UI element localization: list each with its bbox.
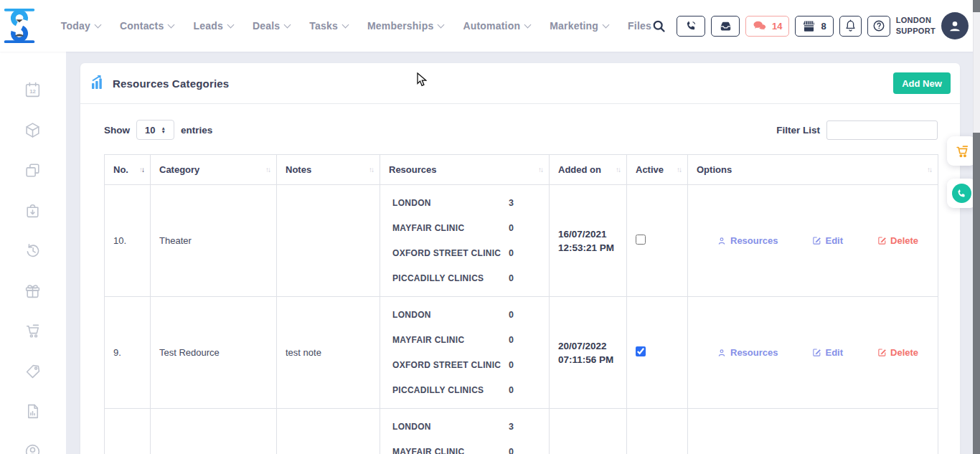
column-label: Category <box>159 164 199 175</box>
nav-item-leads[interactable]: Leads <box>193 20 232 32</box>
resource-count: 0 <box>509 310 549 320</box>
store-button[interactable]: 8 <box>795 16 833 37</box>
notifications-button[interactable] <box>839 16 862 37</box>
resource-entry: PICCADILLY CLINICS0 <box>392 266 549 291</box>
nav-item-deals[interactable]: Deals <box>253 20 290 32</box>
chevron-down-icon <box>342 21 349 28</box>
column-header-active[interactable]: Active↑↓ <box>627 155 688 185</box>
price-tag-icon[interactable] <box>24 362 42 381</box>
row-number <box>105 409 151 454</box>
scrollbar-track[interactable] <box>973 0 980 454</box>
chevron-down-icon <box>284 21 291 28</box>
nav-item-automation[interactable]: Automation <box>463 20 530 32</box>
history-icon[interactable] <box>24 242 42 260</box>
column-header-category[interactable]: Category↑↓ <box>151 155 277 185</box>
main-content: Resources Categories Add New Show 10 ▲▼ … <box>66 52 980 454</box>
report-icon[interactable] <box>24 402 42 421</box>
avatar[interactable] <box>941 12 969 39</box>
resource-entry: OXFORD STREET CLINIC0 <box>392 241 549 266</box>
page-size-select[interactable]: 10 ▲▼ <box>136 120 174 140</box>
chat-count-badge: 14 <box>772 21 782 32</box>
add-new-button[interactable]: Add New <box>893 72 951 94</box>
resources-link[interactable]: Resources <box>717 347 778 358</box>
column-label: Resources <box>389 164 436 175</box>
column-header-resources[interactable]: Resources↑↓ <box>380 155 550 185</box>
sort-arrows-icon[interactable]: ↑↓ <box>369 166 373 174</box>
sort-arrows-icon[interactable]: ↑↓ <box>139 166 143 174</box>
edit-link[interactable]: Edit <box>812 235 843 246</box>
option-label: Resources <box>730 235 778 246</box>
copy-icon[interactable] <box>24 161 42 180</box>
resource-name: OXFORD STREET CLINIC <box>392 360 501 370</box>
column-label: Added on <box>558 164 601 175</box>
sort-arrows-icon[interactable]: ↑↓ <box>927 166 931 174</box>
nav-item-label: Tasks <box>309 20 338 32</box>
chevron-down-icon <box>227 21 234 28</box>
resource-name: PICCADILLY CLINICS <box>392 385 484 395</box>
inbox-button[interactable] <box>711 16 740 37</box>
phone-button[interactable] <box>677 16 705 37</box>
delete-link[interactable]: Delete <box>877 235 918 246</box>
resource-name: MAYFAIR CLINIC <box>392 335 464 345</box>
column-header-options[interactable]: Options↑↓ <box>688 155 938 185</box>
scrollbar-thumb[interactable] <box>973 133 980 454</box>
nav-item-marketing[interactable]: Marketing <box>550 20 608 32</box>
sort-arrows-icon[interactable]: ↑↓ <box>677 166 681 174</box>
help-button[interactable] <box>867 16 890 37</box>
row-added-on: 16/07/202112:53:21 PM <box>550 185 627 297</box>
row-notes <box>277 409 380 454</box>
package-icon[interactable] <box>24 121 42 140</box>
nav-item-today[interactable]: Today <box>61 20 100 32</box>
scrollbar-cap <box>973 0 980 12</box>
active-checkbox[interactable] <box>636 235 646 245</box>
resources-table: No.↑↓Category↑↓Notes↑↓Resources↑↓Added o… <box>104 154 938 454</box>
filter-input[interactable] <box>826 120 938 140</box>
column-label: Options <box>697 164 732 175</box>
gift-icon[interactable] <box>24 282 42 301</box>
active-checkbox[interactable] <box>636 346 646 356</box>
user-circle-icon[interactable] <box>24 443 42 454</box>
bag-download-icon[interactable] <box>24 202 42 220</box>
hourglass-logo[interactable] <box>0 6 39 46</box>
resource-name: LONDON <box>392 422 431 432</box>
resource-name: LONDON <box>392 198 431 208</box>
nav-item-memberships[interactable]: Memberships <box>367 20 443 32</box>
edit-link[interactable]: Edit <box>812 347 843 358</box>
phone-fab-icon[interactable] <box>947 179 976 208</box>
delete-link[interactable]: Delete <box>877 347 918 358</box>
resource-entry: LONDON0 <box>392 303 549 328</box>
sort-arrows-icon[interactable]: ↑↓ <box>538 166 542 174</box>
row-added-on <box>550 409 627 454</box>
row-active <box>627 297 688 409</box>
cart-fab-icon[interactable] <box>947 136 976 166</box>
column-header-added-on[interactable]: Added on↑↓ <box>550 155 627 185</box>
resource-count: 0 <box>509 273 549 283</box>
account-name-line2: SUPPORT <box>896 26 936 37</box>
row-category: Theater <box>151 185 277 297</box>
column-label: Active <box>636 164 664 175</box>
resource-entry: PICCADILLY CLINICS0 <box>392 378 549 403</box>
entries-label: entries <box>181 125 212 136</box>
chat-button[interactable]: 14 <box>745 16 789 37</box>
sort-arrows-icon[interactable]: ↑↓ <box>265 166 270 174</box>
column-header-notes[interactable]: Notes↑↓ <box>277 155 380 185</box>
sort-arrows-icon[interactable]: ↑↓ <box>616 166 620 174</box>
search-icon[interactable] <box>651 19 666 34</box>
column-label: No. <box>113 164 128 175</box>
column-header-no-[interactable]: No.↑↓ <box>105 155 151 185</box>
table-row: LONDON3MAYFAIR CLINIC0 <box>105 409 938 454</box>
show-label: Show <box>104 125 130 136</box>
resource-count: 0 <box>509 385 549 395</box>
nav-item-files[interactable]: Files <box>628 20 651 32</box>
resources-link[interactable]: Resources <box>717 235 778 246</box>
nav-item-tasks[interactable]: Tasks <box>309 20 348 32</box>
calendar-12-icon[interactable]: 12 <box>24 81 42 100</box>
resource-entry: LONDON3 <box>392 415 549 440</box>
nav-item-contacts[interactable]: Contacts <box>120 20 174 32</box>
resource-entry: MAYFAIR CLINIC0 <box>392 440 549 454</box>
table-controls: Show 10 ▲▼ entries Filter List <box>104 120 938 140</box>
row-options: ResourcesEditDelete <box>688 185 938 297</box>
chart-icon <box>91 75 106 92</box>
cart-icon[interactable] <box>24 322 42 341</box>
option-label: Edit <box>825 235 843 246</box>
